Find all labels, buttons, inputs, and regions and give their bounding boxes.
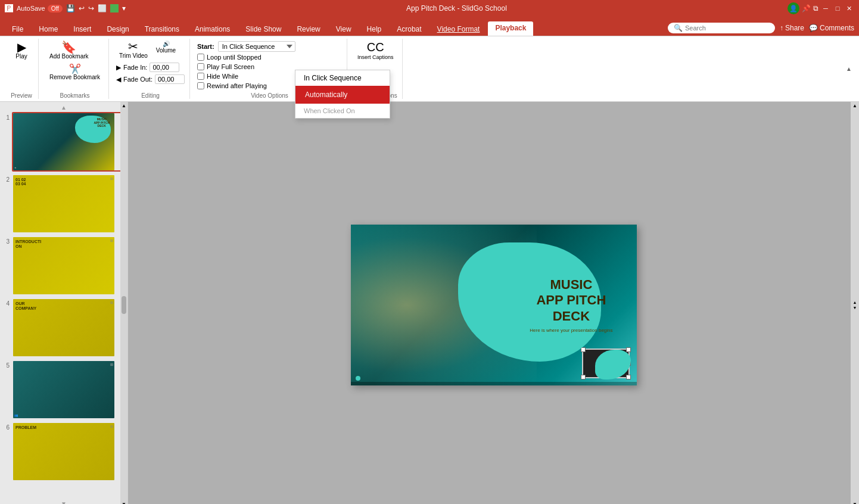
slide-item-3[interactable]: 3 INTRODUCTION ⊞: [2, 236, 125, 295]
slide-item-6[interactable]: 6 PROBLEM ⊞: [2, 422, 125, 481]
slide-item-5[interactable]: 5 ⊞ 👥: [2, 360, 125, 419]
comments-button[interactable]: 💬 Comments: [809, 24, 854, 32]
ribbon-collapse-arrow[interactable]: ▲: [846, 66, 852, 72]
thumb4-content: OURCOMPANY: [15, 301, 36, 312]
tab-playback[interactable]: Playback: [488, 21, 533, 36]
dropdown-option-when-clicked[interactable]: When Clicked On: [295, 104, 390, 118]
canvas-scrollbar[interactable]: ▲ ▲ ▼ ▼: [851, 102, 859, 504]
rewind-checkbox[interactable]: [197, 82, 204, 89]
tab-design[interactable]: Design: [99, 23, 136, 36]
canvas-scrollbar-down[interactable]: ▼: [852, 502, 857, 504]
slide-thumb-4[interactable]: OURCOMPANY ⊞: [12, 298, 125, 357]
insert-captions-button[interactable]: CC Insert Captions: [354, 39, 397, 62]
canvas-scrollbar-up[interactable]: ▲: [852, 103, 857, 108]
main-area: ▲ 1 MUSICAPP PITCHDECK ★ 2 01: [0, 102, 859, 504]
slide-thumb-6[interactable]: PROBLEM ⊞: [12, 422, 125, 481]
start-dropdown[interactable]: In Click Sequence Automatically When Cli…: [218, 41, 295, 52]
play-fullscreen-checkbox[interactable]: [197, 63, 204, 70]
profile-icon[interactable]: 👤: [788, 2, 799, 14]
scroll-down-arrow[interactable]: ▼: [2, 500, 125, 504]
loop-checkbox[interactable]: [197, 54, 204, 61]
slide-panel-scrollbar[interactable]: ▲ ▼: [120, 102, 127, 504]
fade-in-text: Fade In:: [123, 64, 147, 71]
tab-transitions[interactable]: Transitions: [138, 23, 186, 36]
tab-view[interactable]: View: [329, 23, 359, 36]
comments-icon: 💬: [809, 24, 818, 32]
tab-file[interactable]: File: [5, 23, 30, 36]
tab-acrobat[interactable]: Acrobat: [390, 23, 428, 36]
slide-subtitle: Here is where your presentation begins: [530, 328, 612, 333]
tab-slideshow[interactable]: Slide Show: [238, 23, 288, 36]
start-dropdown-wrapper[interactable]: In Click Sequence Automatically When Cli…: [218, 41, 295, 52]
hide-while-row: Hide While: [197, 73, 295, 80]
tab-review[interactable]: Review: [290, 23, 327, 36]
pin-icon[interactable]: 📌: [802, 4, 811, 13]
main-slide[interactable]: MUSIC APP PITCH DECK Here is where your …: [351, 225, 637, 385]
canvas-expand-down[interactable]: ▼: [853, 306, 857, 310]
slide-thumb-1[interactable]: MUSICAPP PITCHDECK ★: [12, 112, 125, 172]
resize-handle-tr[interactable]: [626, 347, 631, 352]
hide-while-checkbox[interactable]: [197, 73, 204, 80]
tab-home[interactable]: Home: [32, 23, 65, 36]
maximize-button[interactable]: □: [833, 4, 842, 13]
scrollbar-up-arrow[interactable]: ▲: [122, 103, 126, 108]
title-bar: 🅿 AutoSave Off 💾 ↩ ↪ ⬜ ▾ App Pitch Deck …: [0, 0, 859, 17]
ribbon-collapse-area: ▲: [844, 39, 854, 99]
more-options-icon[interactable]: ▾: [122, 4, 126, 13]
start-label: Start:: [197, 43, 214, 50]
dropdown-option-click-sequence[interactable]: In Click Sequence: [295, 70, 390, 86]
tab-insert[interactable]: Insert: [66, 23, 98, 36]
tab-animations[interactable]: Animations: [188, 23, 237, 36]
fade-out-row: ◀ Fade Out:: [116, 74, 185, 84]
slide-title-block: MUSIC APP PITCH DECK Here is where your …: [530, 277, 612, 333]
slide-item-1[interactable]: 1 MUSICAPP PITCHDECK ★: [2, 112, 125, 172]
slide-thumb-5[interactable]: ⊞ 👥: [12, 360, 125, 419]
scroll-up-arrow[interactable]: ▲: [2, 104, 125, 111]
save-icon[interactable]: 💾: [66, 4, 75, 13]
volume-button[interactable]: 🔊 Volume: [153, 39, 179, 61]
trim-icon: ✂: [128, 41, 138, 52]
title-bar-right: 👤 📌 ⧉ ─ □ ✕: [788, 2, 854, 14]
slide-progress-dots: [356, 376, 360, 381]
search-box[interactable]: 🔍: [668, 23, 775, 33]
color-box-icon[interactable]: [110, 4, 119, 13]
canvas-expand-up[interactable]: ▲: [853, 300, 857, 304]
tab-videoformat[interactable]: Video Format: [430, 23, 487, 36]
search-input[interactable]: [685, 24, 769, 32]
undo-icon[interactable]: ↩: [79, 4, 85, 13]
trim-video-button[interactable]: ✂ Trim Video: [116, 39, 151, 61]
minimize-button[interactable]: ─: [821, 4, 830, 13]
thumb2-content: 01 0203 04: [15, 178, 26, 186]
tab-help[interactable]: Help: [360, 23, 389, 36]
resize-handle-br[interactable]: [626, 375, 631, 379]
title-bar-center: App Pitch Deck - SlidGo School: [406, 4, 507, 13]
title-bar-left: 🅿 AutoSave Off 💾 ↩ ↪ ⬜ ▾: [5, 4, 126, 13]
scrollbar-down-arrow[interactable]: ▼: [122, 502, 126, 504]
thumb3-content: INTRODUCTION: [15, 239, 41, 250]
fade-out-input[interactable]: [155, 74, 185, 84]
slide-num-2: 2: [2, 176, 10, 183]
fade-in-input[interactable]: [150, 63, 179, 72]
bookmarks-group: 🔖 Add Bookmark ✂️ Remove Bookmark Bookma…: [41, 39, 109, 99]
fade-out-text: Fade Out:: [123, 76, 152, 83]
dot-1: [356, 376, 360, 381]
bookmarks-label: Bookmarks: [46, 90, 104, 99]
slide-item-4[interactable]: 4 OURCOMPANY ⊞: [2, 298, 125, 357]
redo-icon[interactable]: ↪: [88, 4, 94, 13]
slide-view-icon[interactable]: ⬜: [98, 4, 107, 13]
autosave-toggle[interactable]: Off: [48, 5, 63, 13]
slide-item-2[interactable]: 2 01 0203 04 ⊞: [2, 174, 125, 234]
play-icon: ▶: [17, 41, 26, 53]
slide-thumb-3[interactable]: INTRODUCTION ⊞: [12, 236, 125, 295]
remove-bookmark-button[interactable]: ✂️ Remove Bookmark: [46, 62, 104, 83]
close-button[interactable]: ✕: [845, 4, 854, 13]
scrollbar-thumb[interactable]: [122, 296, 126, 314]
slide-num-3: 3: [2, 238, 10, 245]
share-button[interactable]: ↑ Share: [780, 24, 804, 32]
play-button[interactable]: ▶ Play: [10, 39, 33, 62]
add-bookmark-button[interactable]: 🔖 Add Bookmark: [46, 39, 92, 62]
resize-handle-bl[interactable]: [581, 375, 586, 379]
restore-icon[interactable]: ⧉: [813, 4, 818, 13]
dropdown-option-automatically[interactable]: Automatically: [297, 87, 388, 102]
slide-thumb-2[interactable]: 01 0203 04 ⊞: [12, 174, 125, 234]
